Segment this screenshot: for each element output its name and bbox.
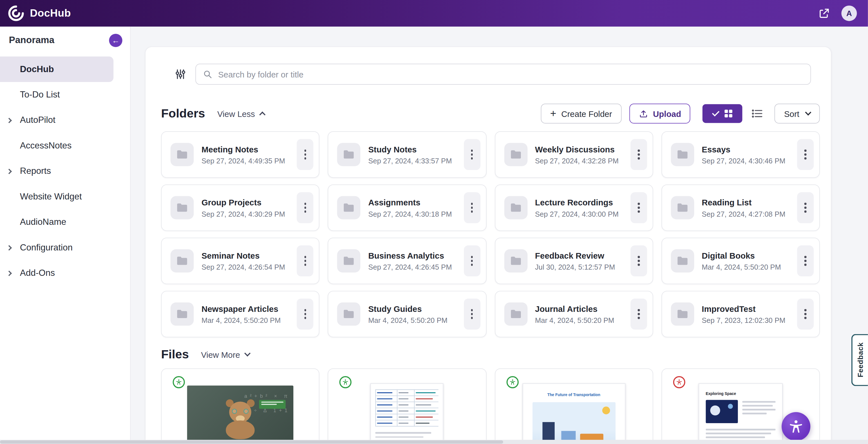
folder-icon bbox=[671, 302, 694, 326]
sidebar-item-label: AccessNotes bbox=[20, 141, 72, 150]
sidebar-item-autopilot[interactable]: AutoPilot bbox=[0, 107, 114, 133]
folder-card-newspaper-articles[interactable]: Newspaper Articles Mar 4, 2024, 5:50:20 … bbox=[161, 291, 319, 337]
sidebar-item-website-widget[interactable]: Website Widget bbox=[0, 184, 114, 209]
file-card-1[interactable]: a²+b² × π÷ Δ 1+1 bbox=[161, 368, 319, 444]
folder-card-business-analytics[interactable]: Business Analytics Sep 27, 2024, 4:26:45… bbox=[328, 237, 486, 284]
files-header: Files View More bbox=[146, 347, 831, 362]
sidebar-item-reports[interactable]: Reports bbox=[0, 158, 114, 184]
list-view-button[interactable] bbox=[751, 107, 764, 119]
folder-meta: Reading List Sep 27, 2024, 4:27:08 PM bbox=[702, 198, 785, 218]
folder-meta: Lecture Recordings Sep 27, 2024, 4:30:00… bbox=[535, 198, 619, 218]
folder-menu-button[interactable] bbox=[630, 245, 647, 276]
folders-header: Folders View Less + Create Folder bbox=[146, 104, 831, 124]
file-card-3[interactable]: The Future of Transportation bbox=[495, 368, 653, 444]
create-folder-button[interactable]: + Create Folder bbox=[541, 104, 622, 124]
file-preview: Exploring Space bbox=[699, 383, 783, 444]
sidebar-item-configuration[interactable]: Configuration bbox=[0, 235, 114, 260]
folder-date: Mar 4, 2024, 5:50:20 PM bbox=[535, 316, 614, 324]
folder-card-digital-books[interactable]: Digital Books Mar 4, 2024, 5:50:20 PM bbox=[661, 237, 820, 284]
folder-icon bbox=[671, 143, 694, 166]
folder-menu-button[interactable] bbox=[464, 299, 480, 330]
search-row bbox=[146, 47, 831, 85]
horizontal-scrollbar[interactable] bbox=[0, 440, 868, 444]
folder-card-group-projects[interactable]: Group Projects Sep 27, 2024, 4:30:29 PM bbox=[161, 184, 319, 231]
scrollbar-thumb[interactable] bbox=[0, 440, 503, 444]
sidebar-item-to-do-list[interactable]: To-Do List bbox=[0, 82, 114, 107]
filter-sliders-icon[interactable] bbox=[174, 68, 186, 80]
folder-menu-button[interactable] bbox=[630, 192, 647, 223]
folder-card-improvedtest[interactable]: ImprovedTest Sep 7, 2023, 12:02:30 PM bbox=[661, 291, 820, 337]
folder-menu-button[interactable] bbox=[797, 192, 814, 223]
folder-meta: Business Analytics Sep 27, 2024, 4:26:45… bbox=[368, 251, 452, 271]
folder-name: Lecture Recordings bbox=[535, 198, 619, 207]
search-input[interactable] bbox=[195, 64, 811, 85]
accessibility-badge bbox=[340, 376, 352, 388]
folder-menu-button[interactable] bbox=[630, 139, 647, 170]
folder-card-essays[interactable]: Essays Sep 27, 2024, 4:30:46 PM bbox=[661, 131, 820, 178]
view-mode-toggle bbox=[703, 104, 764, 123]
sidebar-item-audioname[interactable]: AudioName bbox=[0, 209, 114, 235]
collapse-sidebar-button[interactable]: ← bbox=[109, 34, 122, 47]
folder-name: Meeting Notes bbox=[202, 144, 285, 153]
folder-card-feedback-review[interactable]: Feedback Review Jul 30, 2024, 5:12:57 PM bbox=[495, 237, 653, 284]
user-avatar[interactable]: A bbox=[841, 6, 857, 21]
folder-date: Sep 27, 2024, 4:30:18 PM bbox=[368, 210, 452, 218]
folder-menu-button[interactable] bbox=[297, 192, 313, 223]
folder-icon bbox=[504, 302, 527, 326]
file-preview bbox=[371, 383, 444, 444]
chevron-up-icon bbox=[259, 112, 265, 118]
file-card-2[interactable] bbox=[328, 368, 486, 444]
folder-icon bbox=[337, 302, 361, 326]
sidebar-item-accessnotes[interactable]: AccessNotes bbox=[0, 133, 114, 158]
view-less-button[interactable]: View Less bbox=[217, 109, 265, 118]
folder-card-reading-list[interactable]: Reading List Sep 27, 2024, 4:27:08 PM bbox=[661, 184, 820, 231]
folder-menu-button[interactable] bbox=[297, 299, 313, 330]
folder-card-assignments[interactable]: Assignments Sep 27, 2024, 4:30:18 PM bbox=[328, 184, 486, 231]
sidebar: Panorama ← DocHub To-Do List AutoPilot A… bbox=[0, 27, 131, 444]
upload-button[interactable]: Upload bbox=[629, 104, 691, 124]
folder-card-study-notes[interactable]: Study Notes Sep 27, 2024, 4:33:57 PM bbox=[328, 131, 486, 178]
folder-card-lecture-recordings[interactable]: Lecture Recordings Sep 27, 2024, 4:30:00… bbox=[495, 184, 653, 231]
space-illustration bbox=[706, 400, 738, 423]
folder-menu-button[interactable] bbox=[464, 245, 480, 276]
feedback-tab[interactable]: Feedback bbox=[851, 334, 868, 386]
folder-name: Journal Articles bbox=[535, 304, 614, 313]
document-preview: Exploring Space bbox=[699, 383, 783, 444]
folder-icon bbox=[170, 143, 194, 166]
folder-card-seminar-notes[interactable]: Seminar Notes Sep 27, 2024, 4:26:54 PM bbox=[161, 237, 319, 284]
folder-menu-button[interactable] bbox=[297, 139, 313, 170]
document-title: Exploring Space bbox=[706, 392, 776, 395]
sidebar-nav: DocHub To-Do List AutoPilot AccessNotes … bbox=[0, 54, 130, 286]
chevron-right-icon bbox=[7, 246, 11, 249]
folder-card-journal-articles[interactable]: Journal Articles Mar 4, 2024, 5:50:20 PM bbox=[495, 291, 653, 337]
folder-card-weekly-discussions[interactable]: Weekly Discussions Sep 27, 2024, 4:32:28… bbox=[495, 131, 653, 178]
topbar: DocHub A bbox=[0, 0, 868, 27]
upload-icon bbox=[639, 109, 648, 118]
search-icon bbox=[203, 69, 213, 79]
workspace-title: Panorama bbox=[9, 35, 54, 46]
accessibility-widget-button[interactable] bbox=[781, 412, 810, 441]
sidebar-item-label: AutoPilot bbox=[20, 115, 56, 125]
folder-date: Sep 27, 2024, 4:49:35 PM bbox=[202, 156, 285, 165]
sidebar-item-dochub[interactable]: DocHub bbox=[0, 57, 114, 82]
folder-meta: ImprovedTest Sep 7, 2023, 12:02:30 PM bbox=[702, 304, 785, 324]
folder-menu-button[interactable] bbox=[464, 139, 480, 170]
sort-button[interactable]: Sort bbox=[775, 104, 820, 124]
chevron-right-icon bbox=[7, 118, 11, 122]
folder-meta: Meeting Notes Sep 27, 2024, 4:49:35 PM bbox=[202, 144, 285, 165]
folder-menu-button[interactable] bbox=[797, 245, 814, 276]
view-more-button[interactable]: View More bbox=[201, 350, 249, 359]
folder-menu-button[interactable] bbox=[630, 299, 647, 330]
folder-menu-button[interactable] bbox=[797, 139, 814, 170]
sidebar-item-label: To-Do List bbox=[20, 90, 60, 100]
folder-menu-button[interactable] bbox=[797, 299, 814, 330]
feedback-label: Feedback bbox=[856, 343, 864, 378]
grid-view-button[interactable] bbox=[703, 104, 743, 123]
sidebar-item-add-ons[interactable]: Add-Ons bbox=[0, 260, 114, 286]
folder-card-study-guides[interactable]: Study Guides Mar 4, 2024, 5:50:20 PM bbox=[328, 291, 486, 337]
folder-date: Sep 7, 2023, 12:02:30 PM bbox=[702, 316, 785, 324]
folder-card-meeting-notes[interactable]: Meeting Notes Sep 27, 2024, 4:49:35 PM bbox=[161, 131, 319, 178]
folder-menu-button[interactable] bbox=[464, 192, 480, 223]
folder-menu-button[interactable] bbox=[297, 245, 313, 276]
open-in-new-icon[interactable] bbox=[818, 7, 830, 20]
